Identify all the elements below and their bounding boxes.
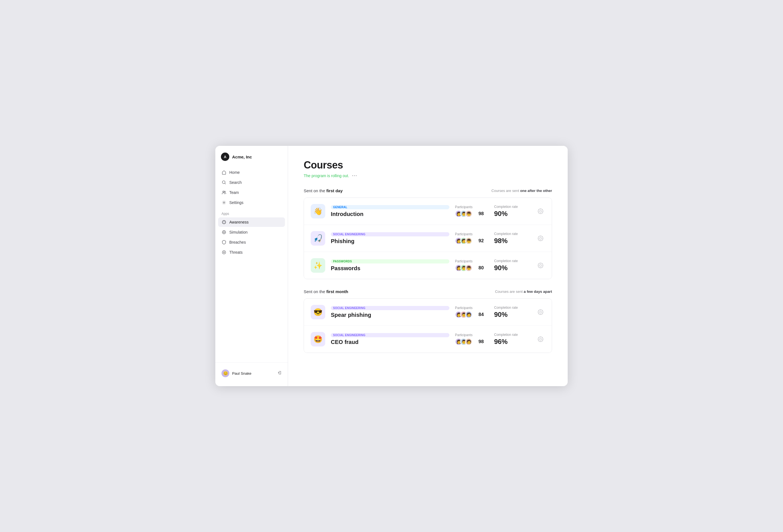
course-info-ceo-fraud: SOCIAL ENGINEERING CEO fraud — [331, 333, 449, 345]
team-icon — [221, 190, 226, 195]
svg-point-1 — [223, 191, 224, 193]
course-name-introduction: Introduction — [331, 211, 449, 218]
completion-value-passwords: 90% — [494, 264, 507, 272]
awareness-label: Awareness — [229, 220, 249, 224]
simulation-label: Simulation — [229, 230, 248, 234]
logout-icon — [277, 370, 282, 376]
course-settings-button-introduction[interactable] — [536, 207, 545, 216]
avatar-chip: 🧑 — [465, 311, 472, 318]
course-badge-social-spear: SOCIAL ENGINEERING — [331, 306, 449, 310]
sidebar-item-search[interactable]: Search — [218, 178, 285, 187]
completion-label-spear: Completion rate — [494, 306, 518, 309]
avatar-stack: 👩 👨 👦 — [455, 210, 472, 218]
course-stat-participants-phishing: Participants 👩 🧑 👦 92 — [455, 232, 489, 244]
course-stat-participants-passwords: Participants 👩 👨 👦 80 — [455, 259, 489, 272]
sidebar-item-breaches[interactable]: Breaches — [218, 237, 285, 247]
avatar-stack-phishing: 👩 🧑 👦 — [455, 237, 472, 244]
avatar-stack-ceo: 👩 👨 🧑 — [455, 338, 472, 345]
course-name-phishing: Phishing — [331, 238, 449, 244]
participants-value-row-passwords: 👩 👨 👦 80 — [455, 264, 484, 272]
course-stat-completion-ceo: Completion rate 96% — [494, 333, 531, 346]
threats-icon — [221, 250, 226, 255]
section-header-first-day: Sent on the first day Courses are sent o… — [304, 188, 552, 193]
completion-label-passwords: Completion rate — [494, 259, 518, 263]
completion-label: Completion rate — [494, 205, 518, 209]
sidebar: A Acme, Inc Home Search — [215, 146, 288, 386]
breaches-icon — [221, 240, 226, 245]
course-icon-passwords: ✨ — [311, 258, 325, 273]
participants-value-row-phishing: 👩 🧑 👦 92 — [455, 237, 484, 244]
completion-value-ceo: 96% — [494, 338, 507, 346]
sidebar-item-settings[interactable]: Settings — [218, 198, 285, 207]
breaches-label: Breaches — [229, 240, 246, 244]
user-name: Paul Snake — [232, 371, 274, 375]
course-icon-phishing: 🎣 — [311, 231, 325, 245]
completion-value-phishing: 98% — [494, 237, 507, 245]
first-day-note: Courses are sent one after the other — [491, 189, 552, 193]
course-stat-participants-introduction: Participants 👩 👨 👦 98 — [455, 205, 489, 218]
sidebar-item-threats[interactable]: Threats — [218, 247, 285, 257]
completion-value-spear: 90% — [494, 311, 507, 319]
first-day-title: Sent on the first day — [304, 188, 343, 193]
avatar-chip: 👦 — [465, 210, 472, 218]
more-options-button[interactable]: ··· — [352, 173, 357, 178]
participants-label-spear: Participants — [455, 306, 473, 310]
brand-name: Acme, Inc — [232, 155, 252, 159]
sidebar-item-simulation[interactable]: Simulation — [218, 227, 285, 237]
course-badge-social-phishing: SOCIAL ENGINEERING — [331, 232, 449, 236]
course-settings-button-passwords[interactable] — [536, 261, 545, 270]
course-name-ceo-fraud: CEO fraud — [331, 339, 449, 345]
course-row-passwords: ✨ PASSWORDS Passwords Participants 👩 👨 👦… — [304, 252, 552, 279]
course-stat-participants-spear: Participants 👩 👨 🧑 84 — [455, 306, 489, 318]
participants-number-phishing: 92 — [478, 238, 484, 244]
user-profile[interactable]: 😊 Paul Snake — [218, 367, 285, 379]
apps-section-label: Apps — [215, 207, 288, 218]
svg-point-9 — [540, 210, 542, 212]
first-month-note: Courses are sent a few days apart — [495, 290, 552, 294]
course-badge-general: GENERAL — [331, 205, 449, 209]
svg-point-17 — [540, 338, 542, 340]
home-label: Home — [229, 170, 240, 175]
course-stat-completion-introduction: Completion rate 90% — [494, 205, 531, 218]
participants-number: 98 — [478, 211, 484, 217]
sidebar-item-team[interactable]: Team — [218, 188, 285, 197]
avatar-chip: 👦 — [465, 237, 472, 244]
course-info-introduction: GENERAL Introduction — [331, 205, 449, 218]
avatar-stack-passwords: 👩 👨 👦 — [455, 264, 472, 272]
avatar-stack-spear: 👩 👨 🧑 — [455, 311, 472, 318]
svg-point-13 — [540, 265, 542, 267]
completion-label-ceo: Completion rate — [494, 333, 518, 337]
course-info-phishing: SOCIAL ENGINEERING Phishing — [331, 232, 449, 244]
sidebar-brand: A Acme, Inc — [215, 153, 288, 168]
participants-label-passwords: Participants — [455, 259, 473, 263]
participants-number-spear: 84 — [478, 312, 484, 318]
course-stat-participants-ceo: Participants 👩 👨 🧑 98 — [455, 333, 489, 345]
search-icon — [221, 180, 226, 185]
course-settings-button-phishing[interactable] — [536, 234, 545, 243]
svg-point-6 — [223, 232, 224, 233]
course-info-passwords: PASSWORDS Passwords — [331, 259, 449, 272]
section-header-first-month: Sent on the first month Courses are sent… — [304, 289, 552, 294]
participants-value-row: 👩 👨 👦 98 — [455, 210, 484, 218]
page-title: Courses — [304, 159, 552, 171]
svg-point-2 — [224, 191, 225, 192]
course-name-spear-phishing: Spear phishing — [331, 312, 449, 318]
main-nav: Home Search — [215, 168, 288, 207]
threats-label: Threats — [229, 250, 243, 255]
course-settings-button-ceo[interactable] — [536, 335, 545, 344]
completion-label-phishing: Completion rate — [494, 232, 518, 236]
course-icon-spear-phishing: 😎 — [311, 305, 325, 319]
apps-nav: Awareness Simulation Bre — [215, 218, 288, 257]
sidebar-item-home[interactable]: Home — [218, 168, 285, 177]
team-label: Team — [229, 190, 239, 195]
svg-point-0 — [222, 181, 225, 184]
avatar-chip: 🧑 — [465, 338, 472, 345]
course-stat-completion-passwords: Completion rate 90% — [494, 259, 531, 272]
course-badge-passwords: PASSWORDS — [331, 259, 449, 264]
search-label: Search — [229, 180, 242, 185]
course-settings-button-spear[interactable] — [536, 308, 545, 317]
course-row-introduction: 👋 GENERAL Introduction Participants 👩 👨 … — [304, 198, 552, 225]
sidebar-item-awareness[interactable]: Awareness — [218, 218, 285, 227]
app-window: A Acme, Inc Home Search — [215, 146, 568, 386]
course-stat-completion-spear: Completion rate 90% — [494, 306, 531, 319]
